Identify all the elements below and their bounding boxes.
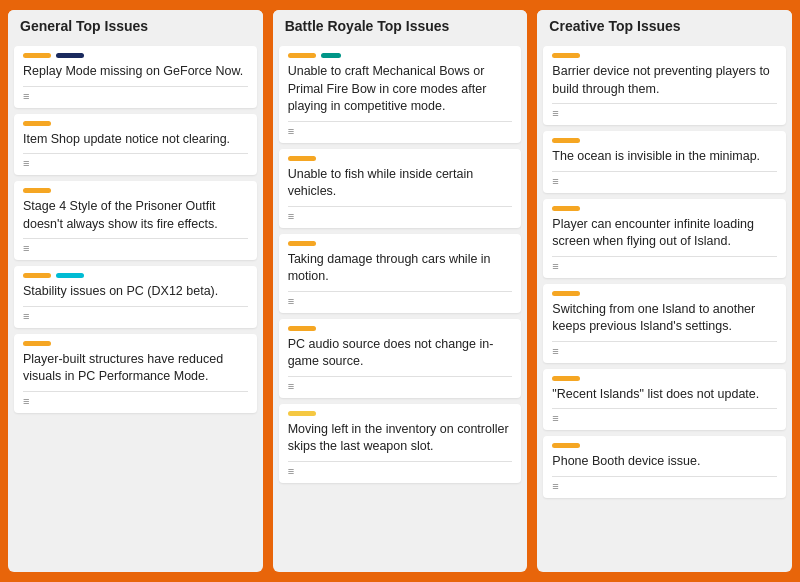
cards-container-battle-royale: Unable to craft Mechanical Bows or Prima… [273, 42, 528, 572]
columns-container: General Top IssuesReplay Mode missing on… [8, 10, 792, 572]
card-cr2[interactable]: The ocean is invisible in the minimap.≡ [543, 131, 786, 193]
card-menu-icon-br3[interactable]: ≡ [288, 295, 513, 307]
card-divider-br2 [288, 206, 513, 207]
card-menu-icon-cr1[interactable]: ≡ [552, 107, 777, 119]
card-g4[interactable]: Stability issues on PC (DX12 beta).≡ [14, 266, 257, 328]
card-text-cr4: Switching from one Island to another kee… [552, 301, 777, 336]
tag-orange [23, 341, 51, 346]
card-divider-g5 [23, 391, 248, 392]
tag-orange [552, 291, 580, 296]
card-menu-icon-g5[interactable]: ≡ [23, 395, 248, 407]
card-g2[interactable]: Item Shop update notice not clearing.≡ [14, 114, 257, 176]
card-br4[interactable]: PC audio source does not change in-game … [279, 319, 522, 398]
card-menu-icon-cr4[interactable]: ≡ [552, 345, 777, 357]
card-cr4[interactable]: Switching from one Island to another kee… [543, 284, 786, 363]
card-g5[interactable]: Player-built structures have reduced vis… [14, 334, 257, 413]
card-cr3[interactable]: Player can encounter infinite loading sc… [543, 199, 786, 278]
tag-orange [23, 273, 51, 278]
tag-teal [321, 53, 341, 58]
card-tags-cr5 [552, 376, 777, 381]
card-g3[interactable]: Stage 4 Style of the Prisoner Outfit doe… [14, 181, 257, 260]
column-header-creative: Creative Top Issues [537, 10, 792, 42]
card-menu-icon-br1[interactable]: ≡ [288, 125, 513, 137]
card-divider-g4 [23, 306, 248, 307]
column-header-battle-royale: Battle Royale Top Issues [273, 10, 528, 42]
card-menu-icon-g4[interactable]: ≡ [23, 310, 248, 322]
card-tags-g1 [23, 53, 248, 58]
tag-orange [552, 138, 580, 143]
card-text-g4: Stability issues on PC (DX12 beta). [23, 283, 248, 301]
card-text-br4: PC audio source does not change in-game … [288, 336, 513, 371]
card-cr5[interactable]: "Recent Islands" list does not update.≡ [543, 369, 786, 431]
card-cr6[interactable]: Phone Booth device issue.≡ [543, 436, 786, 498]
card-tags-br2 [288, 156, 513, 161]
card-text-g3: Stage 4 Style of the Prisoner Outfit doe… [23, 198, 248, 233]
card-text-cr2: The ocean is invisible in the minimap. [552, 148, 777, 166]
card-text-g5: Player-built structures have reduced vis… [23, 351, 248, 386]
card-br2[interactable]: Unable to fish while inside certain vehi… [279, 149, 522, 228]
card-tags-g2 [23, 121, 248, 126]
card-tags-g5 [23, 341, 248, 346]
card-tags-br5 [288, 411, 513, 416]
card-tags-g3 [23, 188, 248, 193]
card-br3[interactable]: Taking damage through cars while in moti… [279, 234, 522, 313]
card-tags-br3 [288, 241, 513, 246]
card-divider-cr4 [552, 341, 777, 342]
tag-orange [288, 241, 316, 246]
tag-yellow [288, 411, 316, 416]
card-tags-cr6 [552, 443, 777, 448]
card-divider-g1 [23, 86, 248, 87]
column-battle-royale: Battle Royale Top IssuesUnable to craft … [273, 10, 528, 572]
card-tags-cr2 [552, 138, 777, 143]
card-text-br3: Taking damage through cars while in moti… [288, 251, 513, 286]
card-text-br1: Unable to craft Mechanical Bows or Prima… [288, 63, 513, 116]
card-menu-icon-g3[interactable]: ≡ [23, 242, 248, 254]
tag-orange [552, 53, 580, 58]
tag-orange [23, 53, 51, 58]
card-text-g2: Item Shop update notice not clearing. [23, 131, 248, 149]
card-menu-icon-cr5[interactable]: ≡ [552, 412, 777, 424]
tag-orange [288, 156, 316, 161]
tag-orange [288, 326, 316, 331]
card-br5[interactable]: Moving left in the inventory on controll… [279, 404, 522, 483]
card-menu-icon-g2[interactable]: ≡ [23, 157, 248, 169]
card-text-cr3: Player can encounter infinite loading sc… [552, 216, 777, 251]
card-menu-icon-cr3[interactable]: ≡ [552, 260, 777, 272]
card-divider-cr2 [552, 171, 777, 172]
card-cr1[interactable]: Barrier device not preventing players to… [543, 46, 786, 125]
card-br1[interactable]: Unable to craft Mechanical Bows or Prima… [279, 46, 522, 143]
column-creative: Creative Top IssuesBarrier device not pr… [537, 10, 792, 572]
tag-orange [552, 206, 580, 211]
card-menu-icon-br4[interactable]: ≡ [288, 380, 513, 392]
card-g1[interactable]: Replay Mode missing on GeForce Now.≡ [14, 46, 257, 108]
card-divider-cr5 [552, 408, 777, 409]
card-divider-br4 [288, 376, 513, 377]
card-text-br5: Moving left in the inventory on controll… [288, 421, 513, 456]
column-header-general: General Top Issues [8, 10, 263, 42]
card-divider-br1 [288, 121, 513, 122]
column-general: General Top IssuesReplay Mode missing on… [8, 10, 263, 572]
card-tags-br4 [288, 326, 513, 331]
card-divider-cr3 [552, 256, 777, 257]
tag-orange [288, 53, 316, 58]
card-menu-icon-br2[interactable]: ≡ [288, 210, 513, 222]
cards-container-general: Replay Mode missing on GeForce Now.≡Item… [8, 42, 263, 572]
card-menu-icon-br5[interactable]: ≡ [288, 465, 513, 477]
card-text-cr6: Phone Booth device issue. [552, 453, 777, 471]
tag-navy [56, 53, 84, 58]
card-menu-icon-cr2[interactable]: ≡ [552, 175, 777, 187]
card-menu-icon-cr6[interactable]: ≡ [552, 480, 777, 492]
card-tags-cr4 [552, 291, 777, 296]
tag-orange [552, 376, 580, 381]
card-text-br2: Unable to fish while inside certain vehi… [288, 166, 513, 201]
card-divider-g3 [23, 238, 248, 239]
tag-orange [552, 443, 580, 448]
card-text-cr1: Barrier device not preventing players to… [552, 63, 777, 98]
tag-orange [23, 188, 51, 193]
card-tags-g4 [23, 273, 248, 278]
card-menu-icon-g1[interactable]: ≡ [23, 90, 248, 102]
tag-orange [23, 121, 51, 126]
card-divider-br5 [288, 461, 513, 462]
cards-container-creative: Barrier device not preventing players to… [537, 42, 792, 572]
card-divider-cr6 [552, 476, 777, 477]
